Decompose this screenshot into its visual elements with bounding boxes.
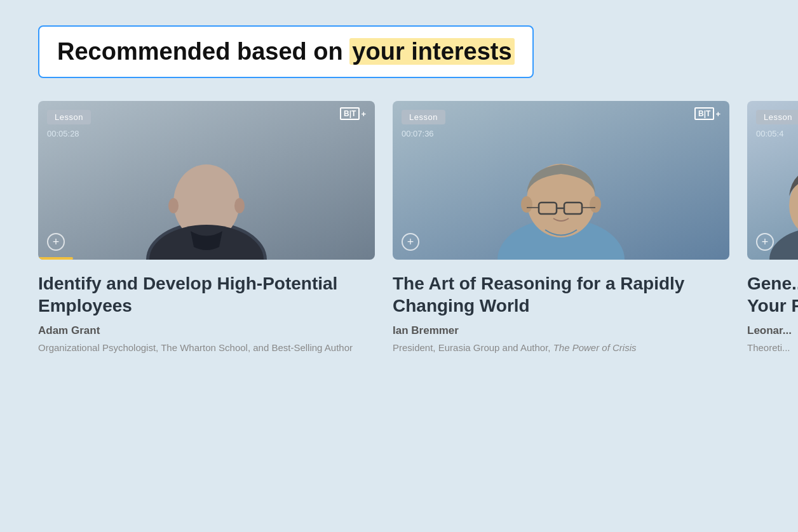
cards-row: Lesson B|T + 00:05:28 [38,101,760,356]
card-2-title: The Art of Reasoning for a Rapidly Chang… [393,272,729,317]
card-2-bt-plus: + [715,109,720,119]
card-1-progress-bar [38,257,73,260]
card-1-bt-logo: B|T + [340,107,366,120]
page-heading: Recommended based on your interests [57,38,515,65]
card-3-thumbnail[interactable]: Lesson 00:05:4 + [747,101,798,260]
card-1-duration: 00:05:28 [47,129,79,138]
svg-point-10 [590,196,601,213]
svg-point-3 [168,198,179,213]
heading-prefix: Recommended based on [57,38,349,65]
card-2-lesson-badge: Lesson [402,110,445,124]
card-2-bt-logo: B|T + [694,107,720,120]
card-2-role-italic: The Power of Crisis [553,342,637,353]
card-1-add-button[interactable]: + [47,233,65,251]
card-2-duration: 00:07:36 [402,129,434,138]
card-3: Lesson 00:05:4 + Gene... Ideas... Your F… [747,101,798,356]
card-1-role: Organizational Psychologist, The Wharton… [38,341,375,356]
card-1-lesson-badge: Lesson [47,110,91,124]
card-2-bt-box: B|T [694,107,714,120]
card-1-bt-plus: + [361,109,366,119]
card-1-thumbnail[interactable]: Lesson B|T + 00:05:28 [38,101,375,260]
svg-point-16 [769,228,798,260]
card-2-portrait [491,110,631,260]
card-2-author: Ian Bremmer [393,324,729,337]
card-2-role: President, Eurasia Group and Author, The… [393,341,729,356]
page-container: Recommended based on your interests Less… [0,0,798,381]
card-3-author: Leonar... [747,324,798,337]
card-2-thumbnail[interactable]: Lesson B|T + 00:07:36 [393,101,729,260]
card-3-add-button[interactable]: + [756,233,774,251]
card-2-role-prefix: President, Eurasia Group and Author, [393,342,553,353]
card-1: Lesson B|T + 00:05:28 [38,101,375,356]
svg-point-4 [234,198,245,213]
card-3-title: Gene... Ideas... Your Filters [747,272,798,317]
svg-point-9 [521,196,532,213]
card-1-portrait [137,114,276,260]
card-2-add-button[interactable]: + [402,233,419,251]
heading-box: Recommended based on your interests [38,25,534,78]
card-1-author: Adam Grant [38,324,375,337]
card-2: Lesson B|T + 00:07:36 [393,101,729,356]
card-3-role: Theoreti... [747,341,798,356]
heading-highlight: your interests [349,38,514,65]
card-1-title: Identify and Develop High-Potential Empl… [38,272,375,317]
card-1-bt-box: B|T [340,107,360,120]
